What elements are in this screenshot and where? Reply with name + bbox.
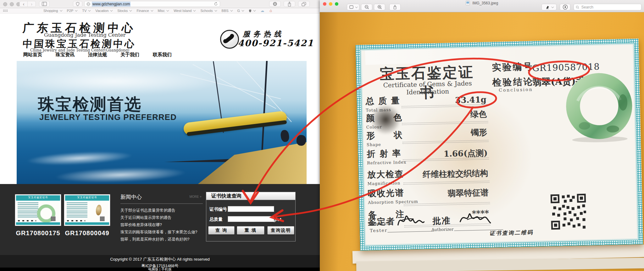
safari-window: ‹ › www.gdzhengjian.com — [0, 0, 320, 271]
query-help-button[interactable]: 查询说明 — [267, 226, 294, 235]
bottom-section: 宝玉石鉴定证书 GR170800175 宝玉石鉴定证书 — [0, 184, 320, 255]
search-field[interactable] — [574, 4, 641, 10]
hotline-label: 服务热线 — [243, 29, 284, 39]
authorizer-label-en: Authorizer — [431, 227, 454, 232]
nav-about[interactable]: 关于我们 — [120, 52, 139, 58]
privacy-shield-button[interactable] — [73, 1, 82, 7]
site-footer: Copyright © 2017 广东玉石检测中心 All rights res… — [0, 255, 320, 268]
cloud-bookmark-icon[interactable]: ☁ — [260, 9, 264, 13]
bookmark-vacation[interactable]: Vacation — [95, 9, 112, 13]
chevron-down-icon — [214, 9, 217, 11]
apple-icon — [249, 9, 252, 13]
thumbnail-caption: GR170800049 — [64, 230, 110, 237]
search-button[interactable]: 查 询 — [208, 226, 235, 235]
bookmarks-bar: Shopping P2P TV Vacation Stocks Finance … — [0, 8, 320, 14]
conclusion-label-en: Conclusion — [499, 87, 533, 93]
search-input[interactable] — [581, 5, 639, 10]
reload-icon[interactable] — [214, 2, 218, 6]
markup-pen-button[interactable] — [541, 4, 557, 10]
news-item[interactable]: 翡翠，到底是买种水好的，还是色好的? — [120, 236, 203, 243]
certificate-thumbnail-1[interactable]: 宝玉石鉴定证书 GR170800175 — [15, 194, 61, 237]
zoom-out-button[interactable] — [361, 4, 372, 10]
phone-icon — [220, 30, 239, 49]
certificate-gallery: 宝玉石鉴定证书 GR170800175 宝玉石鉴定证书 — [15, 194, 110, 237]
hero-banner: 珠宝检测首选 JEWELRY TESTING PREFERRED — [17, 61, 307, 184]
tab-overview-button[interactable] — [298, 1, 310, 7]
thumb-footer-strip — [16, 222, 60, 225]
globe-icon — [86, 2, 90, 6]
hotline-number: 400-921-5421 — [238, 38, 314, 48]
bookmark-g[interactable]: G — [237, 9, 244, 13]
chevron-down-icon — [355, 5, 358, 8]
field-label-magnification: 放大检查Magnification — [367, 168, 404, 186]
share-button[interactable] — [389, 4, 401, 10]
url-text: www.gdzhengjian.com — [92, 2, 130, 7]
chevron-down-icon — [151, 9, 153, 11]
tester-label: 鉴定者 — [368, 216, 395, 228]
sea-foam — [26, 149, 133, 167]
bookmark-apple-folder[interactable] — [249, 9, 255, 13]
view-icon — [349, 5, 353, 9]
nav-home[interactable]: 网站首页 — [23, 52, 42, 58]
close-window-button[interactable] — [3, 2, 7, 6]
news-item[interactable]: 珠宝店的顾客说随便看看，接下来要怎么做? — [120, 229, 203, 236]
view-menu-button[interactable] — [347, 4, 359, 10]
share-button[interactable] — [284, 1, 295, 7]
bookmark-p2p[interactable]: P2P — [67, 9, 77, 13]
reset-button[interactable]: 重 填 — [237, 226, 264, 235]
markup-circle-icon — [563, 4, 568, 10]
chevron-down-icon — [242, 9, 244, 11]
preview-toolbar: IMG_3563.jpeg — [320, 0, 644, 12]
zoom-in-icon — [377, 5, 382, 9]
bookmark-west-island[interactable]: West Island — [174, 9, 195, 13]
version-links[interactable]: 电脑版 | 手机版 — [0, 268, 320, 271]
sidebar-button[interactable] — [39, 1, 50, 7]
url-field[interactable]: www.gdzhengjian.com — [84, 1, 220, 7]
mass-input[interactable] — [228, 216, 274, 222]
field-value-shape: 镯形 — [405, 127, 487, 140]
zoom-in-button[interactable] — [374, 4, 385, 10]
field-value-absorption-spectrum: 翡翠特征谱 — [406, 187, 489, 200]
cert-no-input[interactable] — [228, 206, 274, 212]
footer-bar: 电脑版 | 手机版 — [0, 268, 320, 271]
bookmark-bbs[interactable]: BBS — [222, 9, 232, 13]
nav-laws[interactable]: 法律法规 — [88, 52, 107, 58]
thumb-header: 宝玉石鉴定证书 — [16, 195, 60, 201]
news-item[interactable]: 关于部分证书总质量异常的通告 — [120, 207, 203, 214]
news-more-link[interactable]: MORE + — [189, 195, 202, 198]
news-item[interactable]: 翡翠价格差异体现在哪? — [120, 221, 203, 229]
mast — [261, 61, 268, 161]
window-controls — [3, 2, 20, 6]
download-icon — [273, 2, 277, 6]
bookmark-shopping[interactable]: Shopping — [43, 9, 62, 13]
nav-news[interactable]: 珠宝资讯 — [56, 52, 75, 58]
share-icon — [287, 2, 291, 7]
screen: ‹ › www.gdzhengjian.com — [0, 0, 644, 271]
qr-thumb — [100, 216, 105, 221]
downloads-button[interactable] — [269, 1, 281, 7]
thumb-text-lines — [18, 203, 38, 218]
bookmark-tv[interactable]: TV — [82, 9, 90, 13]
certificate-thumbnail-2[interactable]: 宝玉石鉴定证书 GR170800049 — [64, 194, 110, 237]
bookmark-schools[interactable]: Schools — [200, 9, 216, 13]
minimize-window-button[interactable] — [10, 2, 14, 6]
news-item[interactable]: 关于近日网站显示异常的通告 — [120, 214, 203, 221]
field-label-refractive-index: 折 射 率Refractive Index — [367, 148, 406, 165]
tabs-icon — [302, 2, 306, 6]
bookmark-finance[interactable]: Finance — [136, 9, 152, 13]
tester-label-en: Tester — [370, 228, 388, 233]
markup-toolbar-button[interactable] — [560, 4, 570, 10]
back-button[interactable]: ‹ — [19, 1, 28, 7]
house-bookmark-icon[interactable]: ⌂ — [269, 9, 272, 13]
forward-button[interactable]: › — [28, 1, 36, 7]
bookmark-misc[interactable]: Misc — [158, 9, 169, 13]
field-value-magnification: 纤维柱粒交织结构 — [406, 168, 488, 181]
nav-contact[interactable]: 联系我们 — [153, 52, 172, 58]
chevron-down-icon — [110, 9, 113, 11]
favorites-grid-icon[interactable] — [3, 9, 8, 12]
bookmark-stocks[interactable]: Stocks — [117, 9, 131, 13]
shield-icon — [76, 2, 80, 6]
jade-pendant-thumb — [95, 204, 102, 216]
mass-unit-label: g/ct — [273, 217, 281, 222]
browser-toolbar: ‹ › www.gdzhengjian.com — [0, 0, 320, 8]
